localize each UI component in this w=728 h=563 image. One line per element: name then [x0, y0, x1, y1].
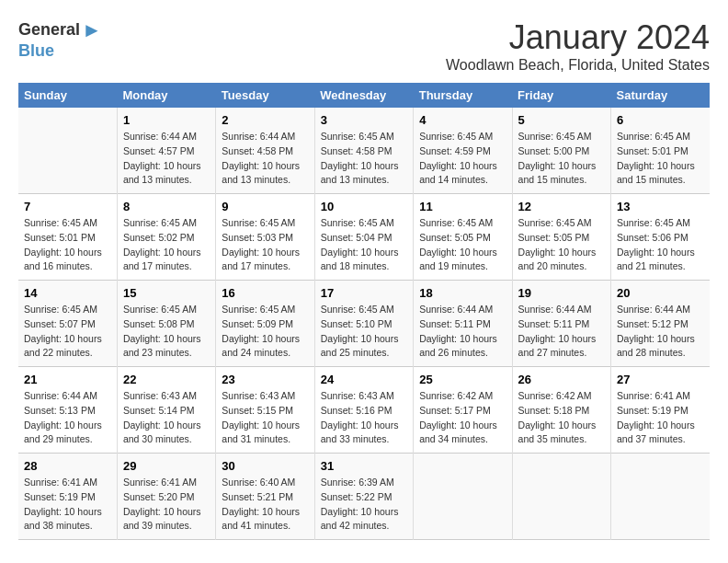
calendar-cell: 21Sunrise: 6:44 AM Sunset: 5:13 PM Dayli…: [18, 367, 117, 454]
day-number: 28: [24, 459, 111, 473]
calendar-cell: 31Sunrise: 6:39 AM Sunset: 5:22 PM Dayli…: [314, 454, 413, 540]
logo-arrow-icon: ►: [82, 18, 102, 42]
calendar-cell: 13Sunrise: 6:45 AM Sunset: 5:06 PM Dayli…: [611, 194, 710, 281]
cell-info: Sunrise: 6:45 AM Sunset: 5:04 PM Dayligh…: [321, 216, 407, 274]
column-header-sunday: Sunday: [18, 83, 117, 108]
cell-info: Sunrise: 6:41 AM Sunset: 5:20 PM Dayligh…: [123, 476, 210, 534]
day-number: 31: [321, 459, 407, 473]
cell-info: Sunrise: 6:44 AM Sunset: 5:12 PM Dayligh…: [617, 303, 704, 361]
calendar-body: 1Sunrise: 6:44 AM Sunset: 4:57 PM Daylig…: [18, 108, 710, 540]
calendar-cell: 22Sunrise: 6:43 AM Sunset: 5:14 PM Dayli…: [117, 367, 215, 454]
day-number: 16: [222, 286, 308, 300]
location-title: Woodlawn Beach, Florida, United States: [446, 57, 710, 74]
day-number: 1: [123, 113, 210, 127]
day-number: 22: [123, 373, 210, 386]
calendar-cell: [512, 454, 610, 540]
calendar-cell: 1Sunrise: 6:44 AM Sunset: 4:57 PM Daylig…: [117, 108, 215, 194]
day-number: 12: [518, 200, 605, 213]
calendar-cell: [18, 108, 117, 194]
column-header-tuesday: Tuesday: [216, 83, 314, 108]
calendar-cell: 5Sunrise: 6:45 AM Sunset: 5:00 PM Daylig…: [512, 108, 610, 194]
cell-info: Sunrise: 6:44 AM Sunset: 5:11 PM Dayligh…: [419, 303, 506, 361]
title-section: January 2024 Woodlawn Beach, Florida, Un…: [446, 18, 710, 74]
cell-info: Sunrise: 6:45 AM Sunset: 5:01 PM Dayligh…: [24, 216, 111, 274]
cell-info: Sunrise: 6:45 AM Sunset: 5:10 PM Dayligh…: [321, 303, 407, 361]
day-number: 17: [321, 286, 407, 300]
calendar-cell: 26Sunrise: 6:42 AM Sunset: 5:18 PM Dayli…: [512, 367, 610, 454]
cell-info: Sunrise: 6:43 AM Sunset: 5:16 PM Dayligh…: [321, 389, 407, 447]
cell-info: Sunrise: 6:44 AM Sunset: 4:57 PM Dayligh…: [123, 130, 210, 188]
week-row-5: 28Sunrise: 6:41 AM Sunset: 5:19 PM Dayli…: [18, 454, 710, 540]
column-header-wednesday: Wednesday: [314, 83, 413, 108]
page-header: General ► Blue January 2024 Woodlawn Bea…: [18, 18, 710, 74]
cell-info: Sunrise: 6:45 AM Sunset: 4:59 PM Dayligh…: [419, 130, 506, 188]
cell-info: Sunrise: 6:45 AM Sunset: 5:05 PM Dayligh…: [518, 216, 605, 274]
day-number: 23: [222, 373, 308, 386]
day-number: 7: [24, 200, 111, 213]
cell-info: Sunrise: 6:45 AM Sunset: 5:05 PM Dayligh…: [419, 216, 506, 274]
cell-info: Sunrise: 6:41 AM Sunset: 5:19 PM Dayligh…: [24, 476, 111, 534]
calendar-header: SundayMondayTuesdayWednesdayThursdayFrid…: [18, 83, 710, 108]
header-row: SundayMondayTuesdayWednesdayThursdayFrid…: [18, 83, 710, 108]
cell-info: Sunrise: 6:45 AM Sunset: 5:00 PM Dayligh…: [518, 130, 605, 188]
day-number: 3: [321, 113, 407, 127]
calendar-cell: 28Sunrise: 6:41 AM Sunset: 5:19 PM Dayli…: [18, 454, 117, 540]
day-number: 2: [222, 113, 308, 127]
column-header-monday: Monday: [117, 83, 215, 108]
calendar-cell: 20Sunrise: 6:44 AM Sunset: 5:12 PM Dayli…: [611, 281, 710, 367]
day-number: 14: [24, 286, 111, 300]
cell-info: Sunrise: 6:43 AM Sunset: 5:15 PM Dayligh…: [222, 389, 308, 447]
cell-info: Sunrise: 6:39 AM Sunset: 5:22 PM Dayligh…: [321, 476, 407, 534]
week-row-4: 21Sunrise: 6:44 AM Sunset: 5:13 PM Dayli…: [18, 367, 710, 454]
column-header-saturday: Saturday: [611, 83, 710, 108]
calendar-cell: 11Sunrise: 6:45 AM Sunset: 5:05 PM Dayli…: [414, 194, 512, 281]
logo-blue: Blue: [18, 41, 54, 60]
column-header-thursday: Thursday: [414, 83, 512, 108]
day-number: 30: [222, 459, 308, 473]
calendar-cell: 30Sunrise: 6:40 AM Sunset: 5:21 PM Dayli…: [216, 454, 314, 540]
cell-info: Sunrise: 6:45 AM Sunset: 4:58 PM Dayligh…: [321, 130, 407, 188]
calendar-cell: 23Sunrise: 6:43 AM Sunset: 5:15 PM Dayli…: [216, 367, 314, 454]
cell-info: Sunrise: 6:42 AM Sunset: 5:17 PM Dayligh…: [419, 389, 506, 447]
logo: General ► Blue: [18, 18, 102, 61]
calendar-cell: 24Sunrise: 6:43 AM Sunset: 5:16 PM Dayli…: [314, 367, 413, 454]
cell-info: Sunrise: 6:45 AM Sunset: 5:08 PM Dayligh…: [123, 303, 210, 361]
cell-info: Sunrise: 6:45 AM Sunset: 5:09 PM Dayligh…: [222, 303, 308, 361]
day-number: 29: [123, 459, 210, 473]
cell-info: Sunrise: 6:45 AM Sunset: 5:07 PM Dayligh…: [24, 303, 111, 361]
day-number: 5: [518, 113, 605, 127]
cell-info: Sunrise: 6:43 AM Sunset: 5:14 PM Dayligh…: [123, 389, 210, 447]
calendar-cell: 29Sunrise: 6:41 AM Sunset: 5:20 PM Dayli…: [117, 454, 215, 540]
day-number: 10: [321, 200, 407, 213]
day-number: 20: [617, 286, 704, 300]
day-number: 19: [518, 286, 605, 300]
calendar-cell: 8Sunrise: 6:45 AM Sunset: 5:02 PM Daylig…: [117, 194, 215, 281]
day-number: 25: [419, 373, 506, 386]
cell-info: Sunrise: 6:45 AM Sunset: 5:01 PM Dayligh…: [617, 130, 704, 188]
calendar-cell: 16Sunrise: 6:45 AM Sunset: 5:09 PM Dayli…: [216, 281, 314, 367]
calendar-cell: 9Sunrise: 6:45 AM Sunset: 5:03 PM Daylig…: [216, 194, 314, 281]
day-number: 11: [419, 200, 506, 213]
day-number: 13: [617, 200, 704, 213]
calendar-cell: 12Sunrise: 6:45 AM Sunset: 5:05 PM Dayli…: [512, 194, 610, 281]
calendar-cell: [611, 454, 710, 540]
calendar-cell: 17Sunrise: 6:45 AM Sunset: 5:10 PM Dayli…: [314, 281, 413, 367]
calendar-cell: 27Sunrise: 6:41 AM Sunset: 5:19 PM Dayli…: [611, 367, 710, 454]
day-number: 26: [518, 373, 605, 386]
week-row-2: 7Sunrise: 6:45 AM Sunset: 5:01 PM Daylig…: [18, 194, 710, 281]
cell-info: Sunrise: 6:42 AM Sunset: 5:18 PM Dayligh…: [518, 389, 605, 447]
calendar-cell: 25Sunrise: 6:42 AM Sunset: 5:17 PM Dayli…: [414, 367, 512, 454]
calendar-cell: 7Sunrise: 6:45 AM Sunset: 5:01 PM Daylig…: [18, 194, 117, 281]
calendar-cell: 2Sunrise: 6:44 AM Sunset: 4:58 PM Daylig…: [216, 108, 314, 194]
week-row-3: 14Sunrise: 6:45 AM Sunset: 5:07 PM Dayli…: [18, 281, 710, 367]
logo-general: General: [18, 21, 80, 40]
day-number: 15: [123, 286, 210, 300]
day-number: 21: [24, 373, 111, 386]
day-number: 4: [419, 113, 506, 127]
column-header-friday: Friday: [512, 83, 610, 108]
cell-info: Sunrise: 6:40 AM Sunset: 5:21 PM Dayligh…: [222, 476, 308, 534]
cell-info: Sunrise: 6:45 AM Sunset: 5:03 PM Dayligh…: [222, 216, 308, 274]
month-title: January 2024: [446, 18, 710, 57]
cell-info: Sunrise: 6:45 AM Sunset: 5:06 PM Dayligh…: [617, 216, 704, 274]
calendar-cell: 3Sunrise: 6:45 AM Sunset: 4:58 PM Daylig…: [314, 108, 413, 194]
